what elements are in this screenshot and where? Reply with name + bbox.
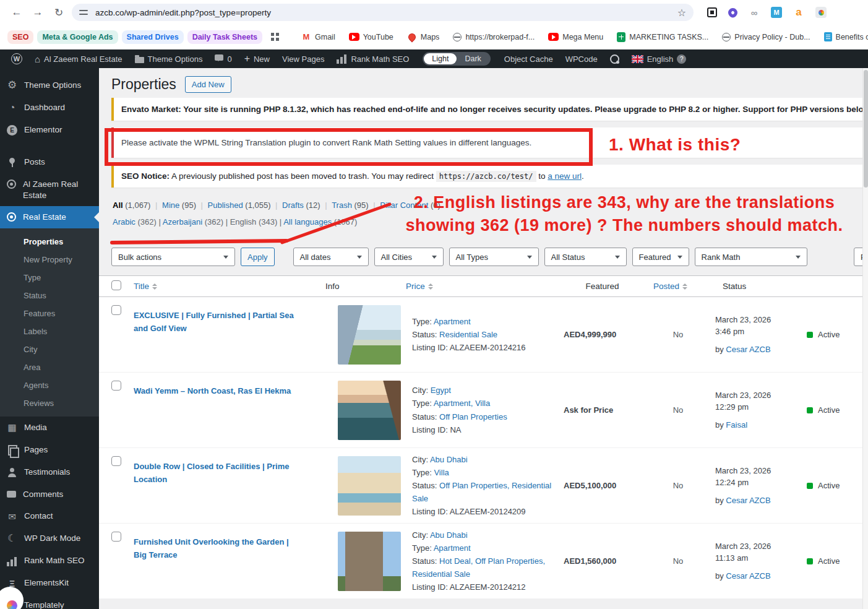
comments-menu[interactable]: 0 xyxy=(210,50,236,68)
submenu-item-city[interactable]: City xyxy=(0,340,99,358)
info-value-link[interactable]: Egypt xyxy=(431,386,451,395)
a-extension-icon[interactable]: a xyxy=(793,7,804,18)
info-value-link[interactable]: Apartment, Villa xyxy=(434,399,491,408)
filter-link-published[interactable]: Published xyxy=(208,201,243,210)
bookmark-item[interactable]: Maps xyxy=(402,30,445,45)
filter-select-featured[interactable]: Featured xyxy=(632,248,689,266)
sidebar-item-posts[interactable]: Posts xyxy=(0,151,99,173)
sidebar-item-al-zaeem-real-estate[interactable]: Al Zaeem Real Estate xyxy=(0,173,99,206)
view-pages-menu[interactable]: View Pages xyxy=(277,50,329,68)
dark-mode-segment[interactable]: Dark xyxy=(457,53,489,64)
sortable-header[interactable]: Price xyxy=(406,282,557,291)
property-title-link[interactable]: Wadi Yemm – North Coast, Ras El Hekma xyxy=(134,386,291,395)
property-title-link[interactable]: EXCLUSIVE | Fully Furnished | Partial Se… xyxy=(134,311,294,333)
submenu-item-reviews[interactable]: Reviews xyxy=(0,394,99,412)
info-value-link[interactable]: Villa xyxy=(434,468,449,477)
row-checkbox[interactable] xyxy=(111,381,121,391)
filter-link-mine[interactable]: Mine xyxy=(162,201,179,210)
plugin-circle-menu[interactable] xyxy=(605,50,624,68)
bookmark-item[interactable]: Shared Drives xyxy=(122,30,184,44)
submenu-item-new-property[interactable]: New Property xyxy=(0,251,99,269)
submenu-item-agents[interactable]: Agents xyxy=(0,376,99,394)
object-cache-menu[interactable]: Object Cache xyxy=(499,50,558,68)
back-icon[interactable]: ← xyxy=(6,6,27,19)
bookmark-item[interactable]: Privacy Policy - Dub... xyxy=(717,30,815,44)
sidebar-item-elementor[interactable]: Elementor xyxy=(0,119,99,141)
url-bar[interactable]: azcb.co/wp-admin/edit.php?post_type=prop… xyxy=(72,4,694,21)
photos-extension-icon[interactable] xyxy=(815,7,827,18)
sidebar-item-media[interactable]: Media xyxy=(0,417,99,439)
submenu-item-labels[interactable]: Labels xyxy=(0,322,99,340)
submenu-item-area[interactable]: Area xyxy=(0,358,99,376)
side-panel-icon[interactable] xyxy=(707,7,717,17)
filter-select-all-cities[interactable]: All Cities xyxy=(374,248,444,266)
rank-math-menu[interactable]: Rank Math SEO xyxy=(332,50,414,68)
filter-link-english[interactable]: English xyxy=(230,217,257,227)
filter-select-all-status[interactable]: All Status xyxy=(544,248,627,266)
sidebar-item-rank-math-seo[interactable]: Rank Math SEO xyxy=(0,550,99,572)
bookmark-item[interactable]: Gmail xyxy=(296,30,340,45)
author-link[interactable]: Cesar AZCB xyxy=(726,345,770,354)
property-thumbnail[interactable] xyxy=(338,456,401,516)
submenu-item-properties[interactable]: Properties xyxy=(0,233,99,251)
filter-link-arabic[interactable]: Arabic xyxy=(113,217,135,227)
add-new-button[interactable]: Add New xyxy=(185,76,231,93)
filter-select-rank-math[interactable]: Rank Math xyxy=(695,248,807,266)
help-icon[interactable]: ? xyxy=(677,54,686,64)
info-value-link[interactable]: Abu Dhabi xyxy=(430,455,468,464)
theme-options-menu[interactable]: Theme Options xyxy=(130,50,208,68)
wp-logo-menu[interactable]: W xyxy=(6,50,27,68)
site-name-menu[interactable]: ⌂Al Zaeem Real Estate xyxy=(30,50,127,68)
sortable-header[interactable]: Posted xyxy=(653,282,709,291)
m-extension-icon[interactable]: M xyxy=(771,7,782,18)
filter-link-trash[interactable]: Trash xyxy=(332,201,352,210)
row-checkbox[interactable] xyxy=(111,456,121,466)
bookmark-item[interactable]: MARKETING TASKS... xyxy=(612,30,713,45)
filter-link-drafts[interactable]: Drafts xyxy=(282,201,304,210)
property-title-link[interactable]: Furnished Unit Overlooking the Garden | … xyxy=(134,537,289,559)
author-link[interactable]: Cesar AZCB xyxy=(726,496,770,505)
light-dark-toggle[interactable]: Light Dark xyxy=(423,52,491,66)
sidebar-item-templately[interactable]: Templately xyxy=(0,594,99,609)
site-info-icon[interactable] xyxy=(79,9,89,16)
author-link[interactable]: Faisal xyxy=(726,420,747,430)
info-value-link[interactable]: Apartment xyxy=(434,317,471,326)
info-value-link[interactable]: Apartment xyxy=(434,543,471,553)
sidebar-item-comments[interactable]: Comments xyxy=(0,483,99,506)
column-header-title[interactable]: Title xyxy=(134,282,319,291)
sidebar-item-theme-options[interactable]: Theme Options xyxy=(0,74,99,97)
column-header-posted[interactable]: Posted xyxy=(647,282,709,291)
bookmark-item[interactable]: https://brokerpad-f... xyxy=(448,30,539,44)
bookmark-item[interactable]: YouTube xyxy=(344,30,398,44)
scrollbar[interactable] xyxy=(862,68,868,609)
sidebar-item-contact[interactable]: Contact xyxy=(0,505,99,527)
sidebar-item-wp-dark-mode[interactable]: WP Dark Mode xyxy=(0,527,99,550)
wpcode-menu[interactable]: WPCode xyxy=(561,50,603,68)
url-text[interactable]: azcb.co/wp-admin/edit.php?post_type=prop… xyxy=(95,8,271,17)
new-content-menu[interactable]: +New xyxy=(239,50,275,68)
bookmark-item[interactable]: Benefits of listing y... xyxy=(819,30,868,44)
author-link[interactable]: Cesar AZCB xyxy=(726,571,770,581)
bookmark-item[interactable]: SEO xyxy=(7,30,33,44)
column-header-price[interactable]: Price xyxy=(406,282,557,291)
bookmark-item[interactable]: Meta & Google Ads xyxy=(37,30,118,44)
language-menu[interactable]: English ? xyxy=(627,50,692,68)
property-thumbnail[interactable] xyxy=(338,532,401,591)
row-checkbox[interactable] xyxy=(111,532,121,542)
rocket-extension-icon[interactable] xyxy=(726,6,739,19)
property-thumbnail[interactable] xyxy=(338,305,401,365)
sortable-header[interactable]: Title xyxy=(134,282,319,291)
sidebar-item-dashboard[interactable]: Dashboard xyxy=(0,97,99,119)
info-value-link[interactable]: Residential Sale xyxy=(439,330,497,339)
select-all-checkbox[interactable] xyxy=(111,280,121,290)
bulk-actions-select[interactable]: Bulk actions xyxy=(111,248,235,266)
sidebar-item-pages[interactable]: Pages xyxy=(0,439,99,461)
filter-link-azerbaijani[interactable]: Azerbaijani xyxy=(163,217,202,227)
bookmark-item[interactable]: Daily Task Sheets xyxy=(187,30,262,44)
reload-icon[interactable]: ↻ xyxy=(48,6,69,19)
link-extension-icon[interactable]: ∞ xyxy=(749,7,760,18)
filter-select-all-types[interactable]: All Types xyxy=(449,248,539,266)
row-checkbox[interactable] xyxy=(111,305,121,315)
bookmark-item[interactable]: Mega Menu xyxy=(543,30,608,44)
apply-button[interactable]: Apply xyxy=(241,248,275,266)
